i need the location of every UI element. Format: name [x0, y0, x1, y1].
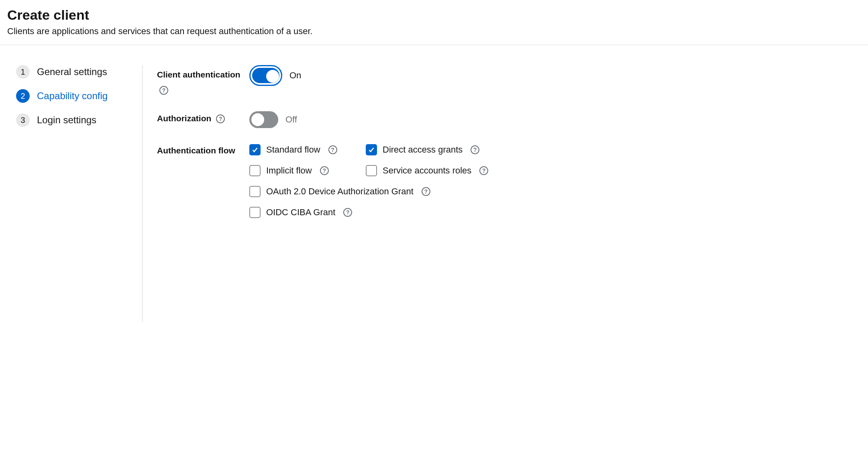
row-client-authentication: Client authentication ? On — [157, 65, 868, 95]
row-authentication-flow: Authentication flow Standard flow ? — [157, 144, 868, 218]
wizard-step-capability-config[interactable]: 2 Capability config — [16, 89, 130, 103]
checkbox-label: OIDC CIBA Grant — [266, 207, 335, 218]
implicit-flow-checkbox[interactable] — [249, 165, 261, 176]
field-label: Authorization ? — [157, 111, 249, 124]
check-icon — [251, 146, 259, 153]
wizard-nav: 1 General settings 2 Capability config 3… — [0, 65, 143, 322]
help-icon[interactable]: ? — [422, 187, 430, 196]
check-icon — [368, 146, 375, 153]
wizard-step-general-settings[interactable]: 1 General settings — [16, 65, 130, 79]
help-icon[interactable]: ? — [320, 166, 329, 175]
option-oidc-ciba-grant: OIDC CIBA Grant ? — [249, 207, 494, 218]
step-label: Capability config — [37, 90, 108, 102]
authorization-toggle[interactable] — [249, 111, 278, 128]
client-authentication-toggle[interactable] — [249, 65, 282, 86]
option-service-accounts-roles: Service accounts roles ? — [366, 165, 494, 176]
checkbox-label: Service accounts roles — [383, 165, 471, 176]
help-icon[interactable]: ? — [159, 86, 168, 95]
checkbox-label: Standard flow — [266, 145, 320, 155]
page-title: Create client — [7, 7, 861, 23]
option-direct-access-grants: Direct access grants ? — [366, 144, 494, 155]
help-icon[interactable]: ? — [343, 208, 352, 217]
checkbox-label: Direct access grants — [383, 145, 463, 155]
row-authorization: Authorization ? Off — [157, 111, 868, 128]
toggle-state-label: Off — [285, 114, 297, 125]
option-implicit-flow: Implicit flow ? — [249, 165, 366, 176]
help-icon[interactable]: ? — [471, 145, 479, 154]
oidc-ciba-grant-checkbox[interactable] — [249, 207, 261, 218]
field-label: Authentication flow — [157, 144, 249, 156]
wizard-body: 1 General settings 2 Capability config 3… — [0, 45, 868, 322]
checkbox-label: Implicit flow — [266, 165, 312, 176]
client-authentication-label: Client authentication — [157, 70, 240, 79]
toggle-state-label: On — [289, 70, 301, 81]
service-accounts-roles-checkbox[interactable] — [366, 165, 377, 176]
authorization-label: Authorization — [157, 114, 211, 123]
direct-access-grants-checkbox[interactable] — [366, 144, 377, 155]
option-oauth-device-grant: OAuth 2.0 Device Authorization Grant ? — [249, 186, 494, 197]
step-number-badge: 1 — [16, 65, 30, 79]
step-number-badge: 3 — [16, 113, 30, 127]
oauth-device-grant-checkbox[interactable] — [249, 186, 261, 197]
page-header: Create client Clients are applications a… — [0, 0, 868, 45]
step-label: Login settings — [37, 114, 96, 126]
form-area: Client authentication ? On Authorization… — [143, 65, 868, 322]
step-label: General settings — [37, 66, 107, 77]
help-icon[interactable]: ? — [216, 114, 225, 123]
step-number-badge: 2 — [16, 89, 30, 103]
field-label: Client authentication ? — [157, 65, 249, 95]
option-standard-flow: Standard flow ? — [249, 144, 366, 155]
wizard-step-login-settings[interactable]: 3 Login settings — [16, 113, 130, 127]
checkbox-label: OAuth 2.0 Device Authorization Grant — [266, 186, 414, 197]
help-icon[interactable]: ? — [328, 145, 337, 154]
page-subtitle: Clients are applications and services th… — [7, 26, 861, 37]
help-icon[interactable]: ? — [479, 166, 488, 175]
standard-flow-checkbox[interactable] — [249, 144, 261, 155]
authentication-flow-label: Authentication flow — [157, 146, 235, 155]
